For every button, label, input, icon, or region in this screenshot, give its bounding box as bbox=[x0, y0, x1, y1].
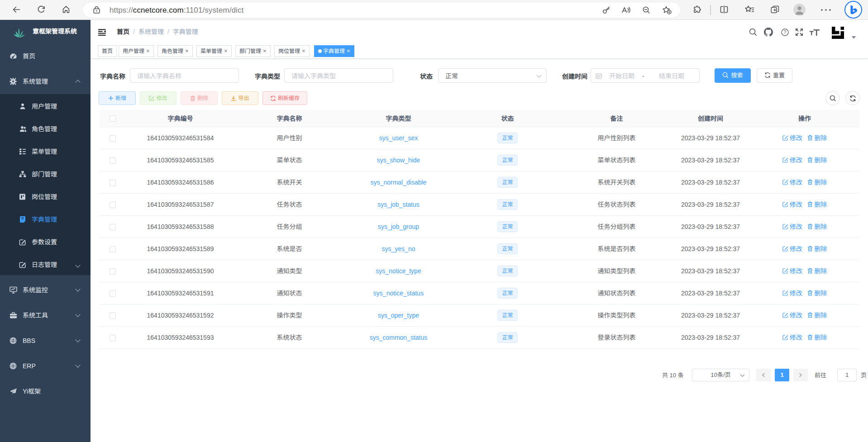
svg-text:?: ? bbox=[784, 29, 787, 35]
